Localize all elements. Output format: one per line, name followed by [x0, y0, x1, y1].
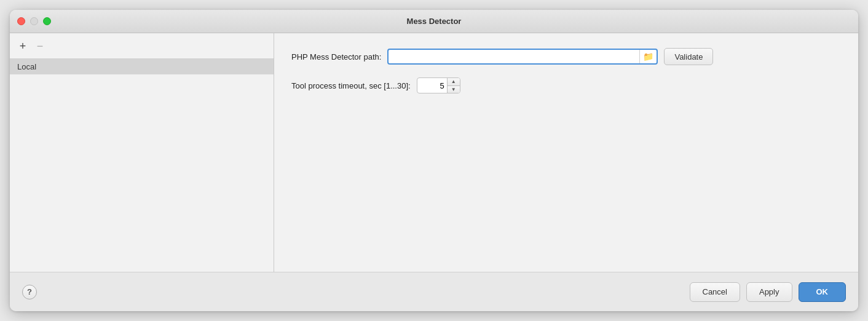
path-input-wrapper: 📁 — [387, 49, 658, 65]
sidebar-list: Local — [10, 59, 274, 272]
mess-detector-window: Mess Detector + − Local PHP Mess Detecto… — [10, 10, 858, 311]
titlebar: Mess Detector — [10, 10, 858, 33]
window-body: + − Local PHP Mess Detector path: 📁 — [10, 33, 858, 272]
maximize-button[interactable] — [43, 17, 51, 25]
add-configuration-button[interactable]: + — [16, 39, 30, 53]
footer: ? Cancel Apply OK — [10, 272, 858, 311]
footer-right: Cancel Apply OK — [690, 282, 846, 302]
help-button[interactable]: ? — [22, 285, 37, 299]
validate-button[interactable]: Validate — [664, 48, 713, 65]
timeout-row: Tool process timeout, sec [1...30]: ▲ ▼ — [291, 77, 841, 93]
minimize-button[interactable] — [30, 17, 38, 25]
path-input[interactable] — [389, 50, 639, 63]
folder-icon: 📁 — [643, 52, 653, 61]
sidebar-item-local[interactable]: Local — [10, 59, 274, 74]
timeout-input[interactable] — [417, 78, 447, 93]
content-area: PHP Mess Detector path: 📁 Validate Tool … — [274, 33, 858, 272]
timeout-label: Tool process timeout, sec [1...30]: — [291, 81, 411, 90]
remove-configuration-button[interactable]: − — [33, 39, 47, 53]
path-label: PHP Mess Detector path: — [291, 52, 381, 61]
spinner-down-button[interactable]: ▼ — [448, 86, 460, 93]
sidebar-toolbar: + − — [10, 33, 274, 59]
close-button[interactable] — [17, 17, 25, 25]
apply-button[interactable]: Apply — [746, 282, 792, 302]
cancel-button[interactable]: Cancel — [690, 282, 740, 302]
window-title: Mess Detector — [407, 17, 462, 26]
sidebar: + − Local — [10, 33, 274, 272]
spinner-arrows: ▲ ▼ — [447, 78, 460, 93]
ok-button[interactable]: OK — [799, 282, 846, 302]
footer-left: ? — [22, 285, 37, 299]
path-row: PHP Mess Detector path: 📁 Validate — [291, 48, 841, 65]
browse-folder-button[interactable]: 📁 — [639, 50, 657, 63]
spinner-up-button[interactable]: ▲ — [448, 78, 460, 86]
timeout-spinner: ▲ ▼ — [417, 77, 460, 93]
traffic-lights — [17, 17, 51, 25]
